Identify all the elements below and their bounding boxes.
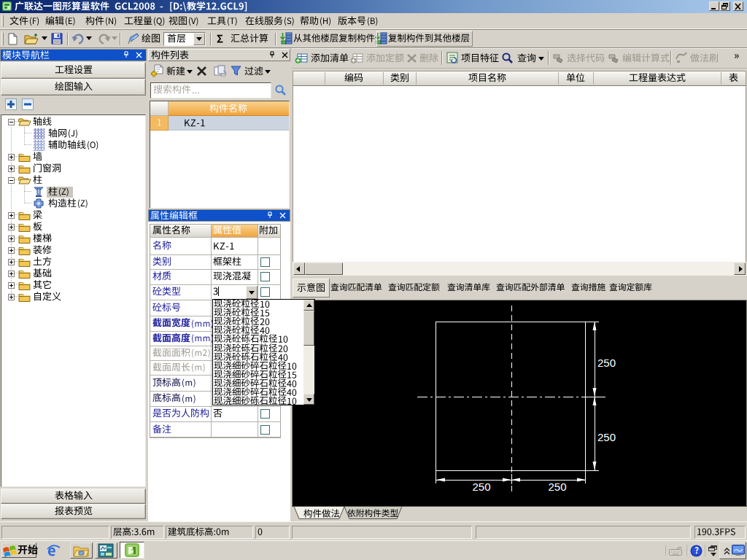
svg-text:250: 250 xyxy=(597,431,616,443)
svg-text:250: 250 xyxy=(472,481,490,493)
svg-text:250: 250 xyxy=(597,357,616,369)
svg-text:250: 250 xyxy=(548,481,566,493)
